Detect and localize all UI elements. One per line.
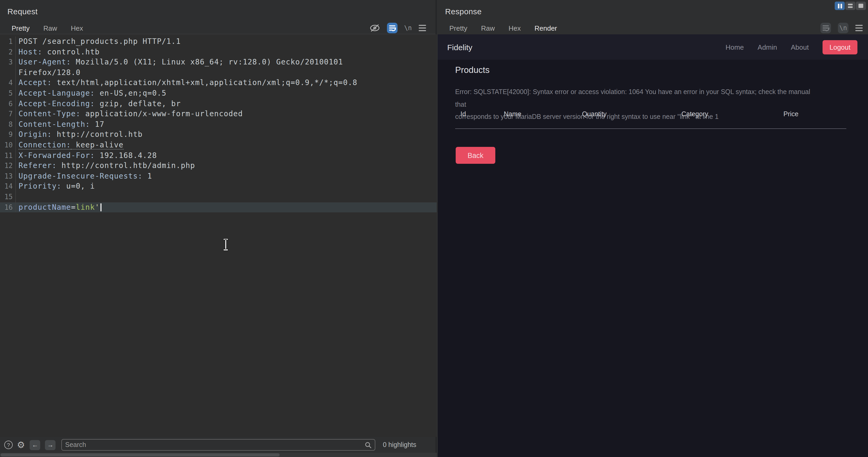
code-segment: Firefox/128.0 xyxy=(19,68,81,76)
products-heading: Products xyxy=(455,65,490,75)
response-tab-render[interactable]: Render xyxy=(530,22,562,36)
code-line-text: Accept-Encoding: gzip, deflate, br xyxy=(16,99,437,109)
request-editor[interactable]: 1POST /search_products.php HTTP/1.12Host… xyxy=(0,34,437,437)
code-segment: X-Forwarded-For: xyxy=(19,151,95,159)
settings-gear-icon[interactable]: ⚙ xyxy=(17,440,25,449)
back-button[interactable]: Back xyxy=(456,147,495,164)
column-header-price: Price xyxy=(783,110,846,118)
code-line-text: POST /search_products.php HTTP/1.1 xyxy=(16,36,437,47)
newline-icon[interactable]: \n xyxy=(404,24,412,32)
request-panel-title: Request xyxy=(7,7,38,16)
code-segment: 1 xyxy=(143,171,152,180)
code-line[interactable]: 4Accept: text/html,application/xhtml+xml… xyxy=(0,78,437,88)
site-nav-link-home[interactable]: Home xyxy=(725,43,744,51)
code-segment: u=0, i xyxy=(62,182,95,191)
newline-icon[interactable]: \n xyxy=(838,23,848,33)
code-line[interactable]: 6Accept-Encoding: gzip, deflate, br xyxy=(0,99,437,109)
response-panel-title: Response xyxy=(445,7,482,16)
code-line-text: Referer: http://control.htb/admin.php xyxy=(16,161,437,171)
horizontal-scrollbar-thumb[interactable] xyxy=(1,453,280,456)
response-toolbar: \n xyxy=(820,23,863,33)
code-line-text: User-Agent: Mozilla/5.0 (X11; Linux x86_… xyxy=(16,57,437,67)
help-icon[interactable]: ? xyxy=(4,440,13,449)
code-line[interactable]: 5Accept-Language: en-US,en;q=0.5 xyxy=(0,88,437,99)
site-nav-link-about[interactable]: About xyxy=(791,43,809,51)
request-toolbar: \n xyxy=(369,23,426,33)
code-line-text: Origin: http://control.htb xyxy=(16,130,437,140)
column-header-category: Category xyxy=(681,110,783,118)
code-line[interactable]: 7Content-Type: application/x-www-form-ur… xyxy=(0,109,437,119)
code-line[interactable]: 16productName=link' xyxy=(0,202,437,213)
site-brand[interactable]: Fidelity xyxy=(447,42,472,52)
response-tab-raw[interactable]: Raw xyxy=(476,22,500,36)
code-line[interactable]: 10Connection: keep-alive xyxy=(0,140,437,150)
code-line[interactable]: 11X-Forwarded-For: 192.168.4.28 xyxy=(0,150,437,161)
layout-buttons xyxy=(835,2,866,10)
response-tab-hex[interactable]: Hex xyxy=(504,22,525,36)
site-nav-link-admin[interactable]: Admin xyxy=(757,43,777,51)
code-line-text xyxy=(16,192,437,202)
line-number: 2 xyxy=(0,47,16,57)
request-panel: Request Pretty Raw Hex \n 1POST /search_… xyxy=(0,0,437,457)
code-line[interactable]: 14Priority: u=0, i xyxy=(0,182,437,192)
menu-icon[interactable] xyxy=(419,25,426,31)
search-prev-button[interactable]: ← xyxy=(30,440,40,450)
code-segment: POST /search_products.php HTTP/1.1 xyxy=(19,37,181,45)
word-wrap-icon[interactable] xyxy=(387,23,397,33)
menu-icon[interactable] xyxy=(855,25,863,31)
code-line[interactable]: 1POST /search_products.php HTTP/1.1 xyxy=(0,36,437,47)
code-line-text: Upgrade-Insecure-Requests: 1 xyxy=(16,171,437,181)
code-segment: Accept: xyxy=(19,78,52,87)
code-segment: Mozilla/5.0 (X11; Linux x86_64; rv:128.0… xyxy=(71,58,343,66)
word-wrap-icon[interactable] xyxy=(820,23,831,33)
code-segment: Referer: xyxy=(19,161,57,170)
line-number xyxy=(0,68,16,78)
code-line-text: Accept: text/html,application/xhtml+xml,… xyxy=(16,78,437,88)
products-table: Id Name Quantity Category Price xyxy=(455,110,846,129)
code-segment: en-US,en;q=0.5 xyxy=(95,89,166,97)
columns-layout-button[interactable] xyxy=(835,2,845,10)
single-layout-button[interactable] xyxy=(856,2,866,10)
code-segment: productName xyxy=(19,203,71,211)
code-line-text: Content-Length: 17 xyxy=(16,120,437,130)
code-segment: Priority: xyxy=(19,182,62,191)
code-line-text: Content-Type: application/x-www-form-url… xyxy=(16,109,437,119)
hidden-chars-icon[interactable] xyxy=(369,24,380,32)
rows-layout-button[interactable] xyxy=(845,2,855,10)
highlights-count: 0 highlights xyxy=(383,441,416,449)
search-next-button[interactable]: → xyxy=(45,440,56,450)
code-segment: Upgrade-Insecure-Requests: xyxy=(19,171,143,180)
code-line[interactable]: 2Host: control.htb xyxy=(0,47,437,57)
code-line[interactable]: 9Origin: http://control.htb xyxy=(0,130,437,140)
code-line[interactable]: 8Content-Length: 17 xyxy=(0,120,437,130)
code-line[interactable]: 13Upgrade-Insecure-Requests: 1 xyxy=(0,171,437,181)
code-line[interactable]: Firefox/128.0 xyxy=(0,68,437,78)
search-input[interactable] xyxy=(62,441,365,449)
code-segment: User-Agent: xyxy=(19,58,71,66)
line-number: 15 xyxy=(0,192,16,202)
code-segment: application/x-www-form-urlencoded xyxy=(81,109,243,118)
code-line[interactable]: 15 xyxy=(0,192,437,202)
table-header-rule xyxy=(455,128,846,129)
logout-button[interactable]: Logout xyxy=(823,40,858,54)
code-segment: gzip, deflate, br xyxy=(95,99,181,107)
site-nav-links: HomeAdminAbout xyxy=(725,43,809,51)
code-segment: keep-alive xyxy=(71,140,124,150)
code-line[interactable]: 3User-Agent: Mozilla/5.0 (X11; Linux x86… xyxy=(0,57,437,67)
code-segment: Content-Type: xyxy=(19,109,81,118)
code-line[interactable]: 12Referer: http://control.htb/admin.php xyxy=(0,161,437,171)
code-segment: 192.168.4.28 xyxy=(95,151,157,159)
request-code: 1POST /search_products.php HTTP/1.12Host… xyxy=(0,34,437,213)
search-icon[interactable] xyxy=(365,442,372,448)
code-line-text: Priority: u=0, i xyxy=(16,182,437,192)
response-tab-pretty[interactable]: Pretty xyxy=(444,22,472,36)
code-segment: Connection: xyxy=(19,140,71,150)
code-segment: Content-Length: xyxy=(19,120,90,128)
code-line-text: X-Forwarded-For: 192.168.4.28 xyxy=(16,150,437,161)
code-segment: = xyxy=(71,203,76,211)
products-table-header: Id Name Quantity Category Price xyxy=(455,110,846,118)
horizontal-scrollbar xyxy=(0,453,437,457)
line-number: 11 xyxy=(0,150,16,161)
line-number: 10 xyxy=(0,140,16,150)
code-segment: Accept-Language: xyxy=(19,89,95,97)
